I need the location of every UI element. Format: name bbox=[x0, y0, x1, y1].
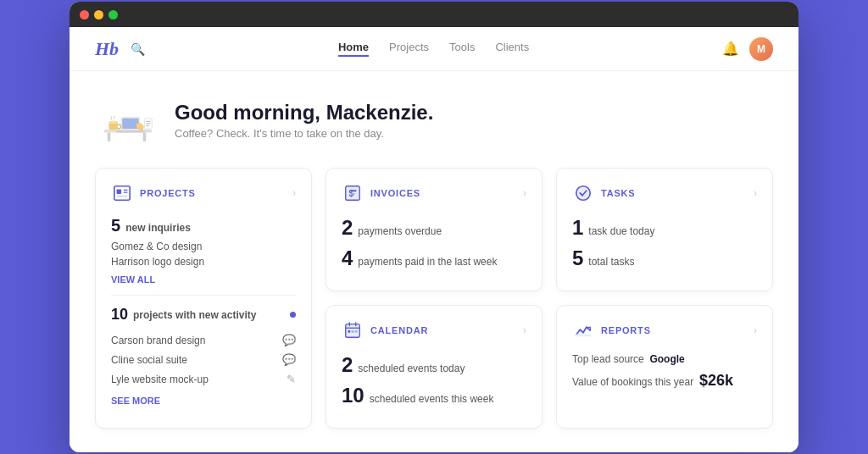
maximize-button[interactable] bbox=[108, 10, 118, 19]
calendar-chevron-icon[interactable]: › bbox=[523, 324, 526, 336]
minimize-button[interactable] bbox=[94, 10, 103, 19]
svg-rect-14 bbox=[114, 186, 130, 201]
invoices-card-header-left: $ INVOICES bbox=[342, 182, 420, 204]
app-content: Hb 🔍 Home Projects Tools Clients 🔔 M bbox=[70, 27, 798, 452]
tasks-icon bbox=[572, 182, 594, 204]
invoices-paid-stat: 4 payments paid in the last week bbox=[342, 246, 526, 270]
message-icon-2: 💬 bbox=[282, 353, 296, 366]
svg-point-23 bbox=[576, 186, 591, 201]
svg-rect-29 bbox=[352, 330, 354, 333]
invoices-card-header: $ INVOICES › bbox=[342, 182, 526, 204]
tasks-card-header: TASKS › bbox=[572, 182, 757, 204]
invoices-paid-label: payments paid in the last week bbox=[358, 256, 497, 268]
tasks-card-header-left: TASKS bbox=[572, 182, 635, 204]
invoices-card-title: INVOICES bbox=[370, 188, 420, 198]
projects-card-title: PROJECTS bbox=[140, 188, 196, 198]
reports-top-lead-label: Top lead source bbox=[572, 353, 644, 365]
projects-divider bbox=[111, 295, 296, 296]
svg-rect-5 bbox=[116, 130, 144, 133]
invoices-card: $ INVOICES › 2 payments overdue 4 bbox=[326, 168, 542, 291]
projects-card-header: PROJECTS › bbox=[111, 182, 296, 204]
svg-point-7 bbox=[109, 120, 119, 124]
invoices-overdue-label: payments overdue bbox=[358, 225, 442, 237]
svg-rect-30 bbox=[355, 330, 358, 333]
hero-text: Good morning, Mackenzie. Coffee? Check. … bbox=[175, 101, 433, 140]
nav-item-projects[interactable]: Projects bbox=[389, 41, 429, 57]
nav-right: 🔔 M bbox=[722, 37, 773, 61]
project-name-2: Harrison logo design bbox=[111, 254, 296, 269]
projects-new-inquiries: 5 new inquiries bbox=[111, 216, 296, 235]
tasks-card-title: TASKS bbox=[601, 188, 635, 198]
reports-bookings-label: Value of bookings this year bbox=[572, 376, 693, 388]
calendar-card: CALENDAR › 2 scheduled events today 10 s… bbox=[326, 305, 542, 429]
projects-card-header-left: PROJECTS bbox=[111, 182, 196, 204]
greeting-subtext: Coffee? Check. It's time to take on the … bbox=[175, 127, 433, 140]
activity-item-2: Cline social suite 💬 bbox=[111, 350, 296, 369]
projects-card: PROJECTS › 5 new inquiries Gomez & Co de… bbox=[95, 168, 312, 429]
activity-header: 10 projects with new activity bbox=[111, 306, 296, 324]
navbar: Hb 🔍 Home Projects Tools Clients 🔔 M bbox=[70, 27, 798, 71]
avatar[interactable]: M bbox=[749, 37, 773, 61]
hero-section: Good morning, Mackenzie. Coffee? Check. … bbox=[70, 71, 798, 161]
close-button[interactable] bbox=[80, 10, 89, 19]
invoices-chevron-icon[interactable]: › bbox=[523, 187, 526, 199]
activity-item-name-3: Lyle website mock-up bbox=[111, 374, 209, 385]
nav-item-home[interactable]: Home bbox=[338, 41, 369, 57]
greeting-text: Good morning, Mackenzie. bbox=[175, 101, 433, 125]
see-more-link[interactable]: SEE MORE bbox=[111, 396, 296, 406]
calendar-card-header-left: CALENDAR bbox=[342, 319, 428, 341]
calendar-icon bbox=[342, 319, 364, 341]
reports-card-header-left: REPORTS bbox=[572, 319, 651, 341]
svg-rect-2 bbox=[143, 132, 147, 141]
svg-rect-1 bbox=[108, 132, 111, 141]
nav-center: Home Projects Tools Clients bbox=[145, 41, 722, 57]
activity-item-1: Carson brand design 💬 bbox=[111, 330, 296, 350]
projects-inquiries-count: 5 bbox=[111, 216, 120, 235]
reports-card: REPORTS › Top lead source Google Value o… bbox=[556, 305, 773, 429]
tasks-due-stat: 1 task due today bbox=[572, 216, 757, 240]
tasks-due-count: 1 bbox=[572, 216, 583, 240]
activity-dot bbox=[290, 312, 296, 318]
svg-rect-18 bbox=[117, 196, 128, 197]
svg-rect-15 bbox=[117, 189, 122, 194]
tasks-chevron-icon[interactable]: › bbox=[754, 187, 757, 199]
view-all-link[interactable]: VIEW ALL bbox=[111, 274, 296, 285]
nav-item-tools[interactable]: Tools bbox=[449, 41, 475, 57]
reports-icon bbox=[572, 319, 594, 341]
invoices-overdue-count: 2 bbox=[342, 216, 353, 240]
search-icon[interactable]: 🔍 bbox=[131, 42, 145, 56]
tasks-total-count: 5 bbox=[572, 246, 583, 270]
reports-top-lead-value: Google bbox=[649, 353, 684, 365]
notification-bell-icon[interactable]: 🔔 bbox=[722, 41, 739, 57]
calendar-week-count: 10 bbox=[342, 384, 364, 407]
reports-bookings-value: $26k bbox=[699, 372, 733, 389]
projects-icon bbox=[111, 182, 133, 204]
reports-chevron-icon[interactable]: › bbox=[754, 324, 757, 336]
tasks-card: TASKS › 1 task due today 5 total tasks bbox=[556, 168, 773, 291]
calendar-today-count: 2 bbox=[342, 353, 353, 377]
calendar-today-label: scheduled events today bbox=[358, 363, 465, 374]
reports-card-header: REPORTS › bbox=[572, 319, 757, 341]
cards-grid: PROJECTS › 5 new inquiries Gomez & Co de… bbox=[70, 161, 798, 452]
app-window: Hb 🔍 Home Projects Tools Clients 🔔 M bbox=[70, 2, 798, 452]
svg-rect-21 bbox=[350, 190, 356, 191]
reports-bookings-row: Value of bookings this year $26k bbox=[572, 372, 757, 390]
tasks-due-label: task due today bbox=[588, 225, 654, 237]
svg-point-9 bbox=[136, 123, 142, 129]
nav-item-clients[interactable]: Clients bbox=[495, 41, 529, 57]
activity-item-name-1: Carson brand design bbox=[111, 335, 205, 346]
projects-chevron-icon[interactable]: › bbox=[292, 187, 296, 199]
svg-rect-31 bbox=[576, 335, 591, 337]
calendar-card-header: CALENDAR › bbox=[342, 319, 526, 341]
reports-top-lead-row: Top lead source Google bbox=[572, 353, 757, 365]
svg-rect-28 bbox=[348, 330, 351, 333]
activity-label: projects with new activity bbox=[133, 309, 256, 321]
activity-item-name-2: Cline social suite bbox=[111, 354, 187, 366]
project-name-1: Gomez & Co design bbox=[111, 239, 296, 254]
nav-logo: Hb bbox=[95, 38, 119, 60]
activity-item-3: Lyle website mock-up ✎ bbox=[111, 369, 296, 389]
tasks-total-stat: 5 total tasks bbox=[572, 246, 757, 270]
calendar-week-stat: 10 scheduled events this week bbox=[342, 384, 526, 407]
invoices-overdue-stat: 2 payments overdue bbox=[342, 216, 526, 240]
calendar-week-label: scheduled events this week bbox=[370, 393, 494, 405]
